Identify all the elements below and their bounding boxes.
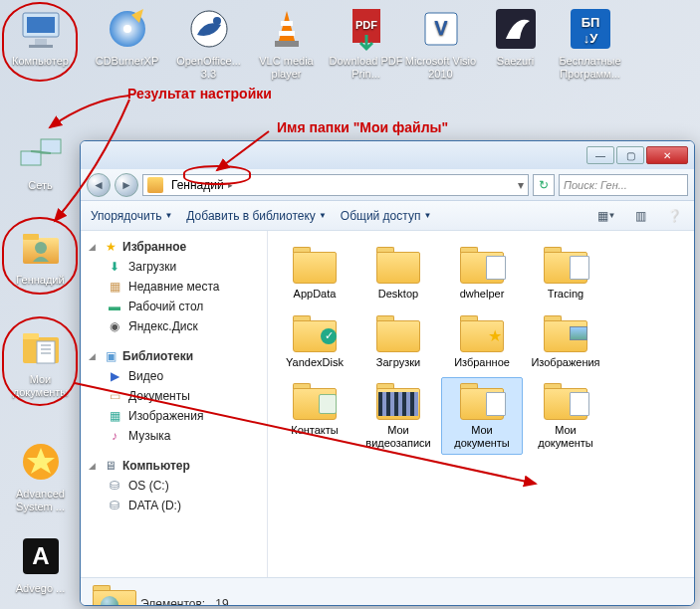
folder-item[interactable]: Загрузки — [357, 309, 439, 374]
desktop-icon-vlc[interactable]: VLC media player — [249, 5, 324, 81]
preview-pane-button[interactable]: ▥ — [630, 206, 650, 226]
folder-item[interactable]: Мои документы — [441, 377, 523, 454]
desktop-icon-network[interactable]: Сеть — [3, 129, 78, 192]
folder-item[interactable]: Контакты — [274, 377, 355, 454]
folder-icon — [374, 382, 422, 422]
folder-label: AppData — [277, 288, 352, 301]
svg-text:V: V — [434, 17, 448, 39]
desktop-icon-visio[interactable]: VMicrosoft Visio 2010 — [403, 5, 478, 81]
back-button[interactable]: ◄ — [87, 173, 111, 197]
sidebar-item[interactable]: ⛁OS (C:) — [81, 476, 267, 496]
sidebar-group[interactable]: ◢🖥Компьютер — [81, 456, 267, 476]
content-area[interactable]: AppDataDesktopdwhelperTracing✓YandexDisk… — [268, 231, 694, 577]
icon-label: Microsoft Visio 2010 — [403, 55, 478, 81]
search-input[interactable]: Поиск: Ген... — [559, 174, 688, 196]
svg-rect-25 — [23, 333, 39, 339]
organize-menu[interactable]: Упорядочить ▼ — [91, 209, 172, 223]
folder-item[interactable]: Мои видеозаписи — [357, 377, 439, 454]
star-icon: ★ — [103, 239, 118, 255]
folder-item[interactable]: Desktop — [357, 241, 439, 305]
desktop-icon-userfolder[interactable]: Геннадий — [3, 224, 78, 287]
pdf-icon: PDF — [343, 5, 390, 53]
desktop-icon-computer[interactable]: Компьютер — [3, 5, 78, 68]
folder-icon — [291, 382, 339, 422]
mydocs-icon — [17, 323, 65, 371]
sidebar-item-label: Загрузки — [128, 260, 176, 274]
sidebar-group[interactable]: ◢★Избранное — [81, 237, 267, 257]
sidebar-item-label: Изображения — [128, 409, 203, 423]
minimize-button[interactable]: — — [586, 146, 614, 164]
folder-item[interactable]: Мои документы — [525, 377, 606, 454]
status-bar: Элементов: 19 — [81, 577, 694, 606]
forward-button[interactable]: ► — [115, 173, 138, 197]
icon-label: Мои документы — [3, 373, 78, 399]
group-label: Библиотеки — [122, 349, 193, 363]
icon-label: VLC media player — [249, 55, 324, 81]
sidebar-group[interactable]: ◢▣Библиотеки — [81, 346, 267, 366]
annotation-foldername: Имя папки "Мои файлы" — [277, 119, 448, 135]
svg-point-23 — [35, 242, 47, 254]
cdburner-icon — [104, 5, 151, 53]
maximize-button[interactable]: ▢ — [616, 146, 644, 164]
saezuri-icon — [492, 5, 540, 53]
sidebar-item-label: Документы — [128, 389, 190, 403]
svg-text:БП: БП — [581, 15, 599, 30]
breadcrumb[interactable]: Геннадий — [167, 178, 228, 192]
folder-label: Загрузки — [360, 356, 436, 369]
bp-icon: БП↓У — [567, 5, 614, 53]
desktop-icon-bp[interactable]: БП↓УБесплатные Программ... — [553, 5, 627, 81]
sidebar-item[interactable]: ⬇Загрузки — [81, 257, 267, 277]
svg-rect-22 — [23, 234, 39, 240]
desktop-icon-advsystem[interactable]: Advanced System ... — [3, 438, 78, 513]
desktop-icon-mydocs[interactable]: Мои документы — [3, 323, 78, 399]
titlebar[interactable]: — ▢ ✕ — [81, 141, 694, 169]
folder-item[interactable]: ✓YandexDisk — [274, 309, 355, 374]
folder-label: Tracing — [528, 288, 603, 301]
folder-icon — [458, 246, 506, 286]
sidebar-item[interactable]: ▬Рабочий стол — [81, 297, 267, 316]
icon-label: CDBurnerXP — [90, 55, 164, 68]
sidebar-item[interactable]: ▦Недавние места — [81, 277, 267, 297]
svg-text:PDF: PDF — [355, 19, 377, 31]
share-menu[interactable]: Общий доступ ▼ — [341, 209, 432, 223]
addlib-menu[interactable]: Добавить в библиотеку ▼ — [186, 209, 326, 223]
group-label: Компьютер — [122, 459, 190, 473]
desktop-icon-saezuri[interactable]: Saezuri — [478, 5, 553, 68]
sidebar-item[interactable]: ▶Видео — [81, 366, 267, 386]
folder-item[interactable]: AppData — [274, 241, 355, 305]
explorer-window: — ▢ ✕ ◄ ► Геннадий ▸ ▾ ↻ Поиск: Ген... У… — [80, 140, 695, 606]
sidebar-item[interactable]: ▭Документы — [81, 386, 267, 406]
folder-icon — [91, 584, 130, 607]
sidebar-item[interactable]: ⛁DATA (D:) — [81, 496, 267, 515]
folder-item[interactable]: Изображения — [525, 309, 606, 374]
help-button[interactable]: ❔ — [664, 206, 684, 226]
network-icon — [17, 129, 65, 177]
folder-item[interactable]: ★Избранное — [441, 309, 523, 374]
svg-rect-9 — [279, 31, 295, 36]
vlc-icon — [263, 5, 311, 53]
sidebar-item[interactable]: ♪Музыка — [81, 426, 267, 446]
sidebar-item[interactable]: ◉Яндекс.Диск — [81, 316, 267, 336]
desktop-icon-pdf[interactable]: PDFDownload PDF Prin... — [329, 5, 403, 81]
desktop-icon-advego[interactable]: AAdvego ... — [3, 532, 78, 595]
chevron-down-icon[interactable]: ▾ — [518, 178, 524, 192]
address-bar[interactable]: Геннадий ▸ ▾ — [142, 174, 529, 196]
folder-label: Изображения — [528, 356, 603, 369]
refresh-button[interactable]: ↻ — [533, 174, 555, 196]
desktop-icon-cdburner[interactable]: CDBurnerXP — [90, 5, 164, 68]
view-menu[interactable]: ▦ ▼ — [596, 206, 616, 226]
folder-icon — [374, 314, 422, 354]
folder-icon — [542, 246, 589, 286]
icon-label: Сеть — [3, 179, 78, 192]
close-button[interactable]: ✕ — [646, 146, 688, 164]
folder-item[interactable]: dwhelper — [441, 241, 523, 305]
folder-label: Контакты — [277, 424, 352, 437]
sidebar-item[interactable]: ▦Изображения — [81, 406, 267, 426]
svg-rect-1 — [27, 17, 55, 33]
svg-rect-8 — [281, 21, 293, 26]
openoffice-icon — [185, 5, 233, 53]
desktop-icon-openoffice[interactable]: OpenOffice... 3.3 — [171, 5, 246, 81]
folder-icon: ★ — [458, 314, 506, 354]
folder-item[interactable]: Tracing — [525, 241, 606, 305]
folder-icon — [147, 177, 163, 193]
